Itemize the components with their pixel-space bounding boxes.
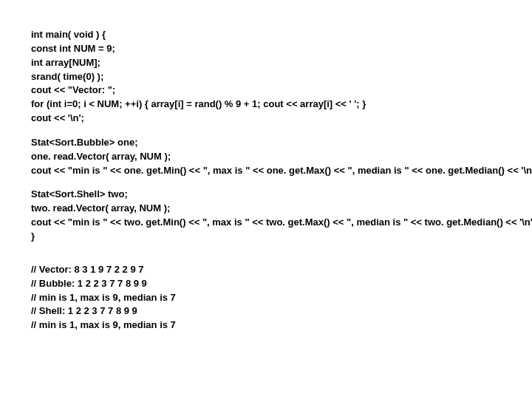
code-line: cout << "Vector: "; xyxy=(31,83,532,98)
code-line: cout << "min is " << one. get.Min() << "… xyxy=(31,164,532,178)
code-line: Stat<Sort.Shell> two; xyxy=(31,188,532,202)
code-line: int array[NUM]; xyxy=(31,56,532,70)
output-line: // min is 1, max is 9, median is 7 xyxy=(31,318,532,332)
code-line: srand( time(0) ); xyxy=(31,70,532,84)
code-line: cout << '\n'; xyxy=(31,112,532,126)
code-line: const int NUM = 9; xyxy=(31,42,532,56)
output-line: // Vector: 8 3 1 9 7 2 2 9 7 xyxy=(31,263,532,277)
code-line: Stat<Sort.Bubble> one; xyxy=(31,136,532,150)
code-line: } xyxy=(31,230,532,244)
code-line: int main( void ) { xyxy=(31,28,532,42)
code-line: cout << "min is " << two. get.Min() << "… xyxy=(31,216,532,230)
output-line: // min is 1, max is 9, median is 7 xyxy=(31,291,532,305)
code-page: int main( void ) { const int NUM = 9; in… xyxy=(0,0,532,332)
output-line: // Bubble: 1 2 2 3 7 7 8 9 9 xyxy=(31,277,532,291)
code-line: two. read.Vector( array, NUM ); xyxy=(31,202,532,216)
output-line: // Shell: 1 2 2 3 7 7 8 9 9 xyxy=(31,304,532,318)
code-line: for (int i=0; i < NUM; ++i) { array[i] =… xyxy=(31,98,532,112)
code-line: one. read.Vector( array, NUM ); xyxy=(31,150,532,164)
